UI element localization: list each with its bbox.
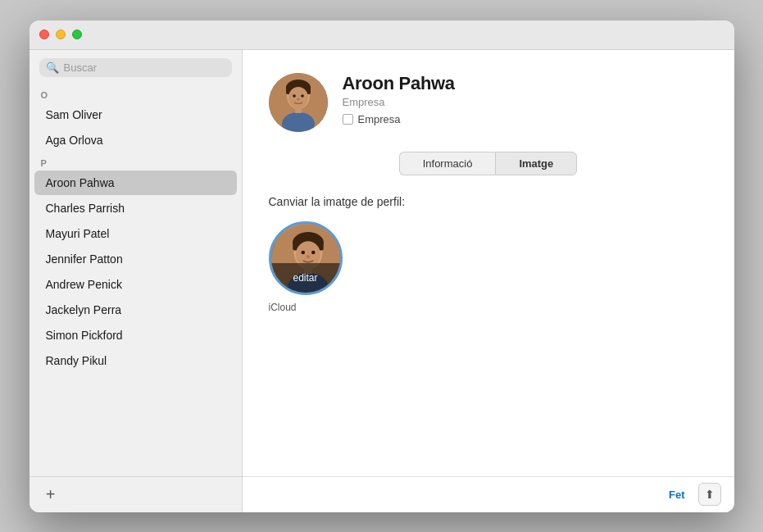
contact-company-placeholder: Empresa xyxy=(343,96,708,108)
avatar xyxy=(269,73,328,132)
svg-point-15 xyxy=(301,250,305,254)
tab-informacio[interactable]: Informació xyxy=(399,152,496,175)
profile-image-circle[interactable]: editar xyxy=(269,221,343,295)
contact-item[interactable]: Andrew Penick xyxy=(34,272,237,297)
contact-item[interactable]: Jackelyn Perra xyxy=(34,298,237,322)
search-bar-container: 🔍 xyxy=(30,50,242,85)
contact-header: Aroon Pahwa Empresa Empresa xyxy=(243,50,734,145)
main-footer: Fet ⬆ xyxy=(243,476,734,512)
maximize-button[interactable] xyxy=(72,30,82,39)
svg-point-7 xyxy=(297,98,300,100)
content-area: 🔍 O Sam Oliver Aga Orlova P Aroon Pahwa … xyxy=(30,50,734,512)
close-button[interactable] xyxy=(39,30,49,39)
change-profile-label: Canviar la imatge de perfil: xyxy=(269,195,708,208)
tab-imatge[interactable]: Imatge xyxy=(495,152,577,175)
contact-item[interactable]: Charles Parrish xyxy=(34,196,237,221)
titlebar xyxy=(30,20,734,50)
icloud-label: iCloud xyxy=(269,302,297,313)
sidebar: 🔍 O Sam Oliver Aga Orlova P Aroon Pahwa … xyxy=(30,50,243,512)
section-header-p: P xyxy=(30,153,242,170)
search-icon: 🔍 xyxy=(46,61,59,74)
contact-item[interactable]: Mayuri Patel xyxy=(34,221,237,246)
app-window: 🔍 O Sam Oliver Aga Orlova P Aroon Pahwa … xyxy=(30,20,734,512)
share-button[interactable]: ⬆ xyxy=(698,483,721,506)
company-checkbox[interactable] xyxy=(343,114,353,125)
tabs-row: Informació Imatge xyxy=(243,145,734,182)
company-checkbox-label: Empresa xyxy=(358,113,401,125)
edit-overlay[interactable]: editar xyxy=(271,263,340,293)
main-panel: Aroon Pahwa Empresa Empresa Informació I… xyxy=(243,50,734,512)
svg-point-6 xyxy=(301,94,304,98)
contacts-list: O Sam Oliver Aga Orlova P Aroon Pahwa Ch… xyxy=(30,85,242,476)
image-tab-content: Canviar la imatge de perfil: xyxy=(243,182,734,476)
svg-point-5 xyxy=(293,94,296,98)
contact-item[interactable]: Randy Pikul xyxy=(34,348,237,373)
profile-image-container: editar iCloud xyxy=(269,221,708,313)
svg-rect-9 xyxy=(295,107,302,113)
section-header-o: O xyxy=(30,85,242,102)
sidebar-footer: + xyxy=(30,476,242,512)
contact-item[interactable]: Aga Orlova xyxy=(34,128,237,152)
contact-item[interactable]: Sam Oliver xyxy=(34,102,237,127)
contact-item[interactable]: Simon Pickford xyxy=(34,323,237,348)
contact-info-header: Aroon Pahwa Empresa Empresa xyxy=(343,73,708,125)
search-input[interactable] xyxy=(64,61,225,74)
svg-point-16 xyxy=(311,250,316,254)
company-checkbox-row: Empresa xyxy=(343,113,708,125)
add-contact-button[interactable]: + xyxy=(39,483,62,506)
avatar-image xyxy=(269,73,328,132)
done-button[interactable]: Fet xyxy=(662,485,692,504)
svg-point-4 xyxy=(288,87,308,108)
contact-item[interactable]: Jennifer Patton xyxy=(34,247,237,271)
contact-name: Aroon Pahwa xyxy=(343,73,708,94)
minimize-button[interactable] xyxy=(56,30,66,39)
edit-label: editar xyxy=(293,272,317,284)
svg-point-17 xyxy=(306,255,310,258)
share-icon: ⬆ xyxy=(705,488,715,501)
contact-item-selected[interactable]: Aroon Pahwa xyxy=(34,171,237,195)
search-input-wrapper: 🔍 xyxy=(39,58,232,77)
